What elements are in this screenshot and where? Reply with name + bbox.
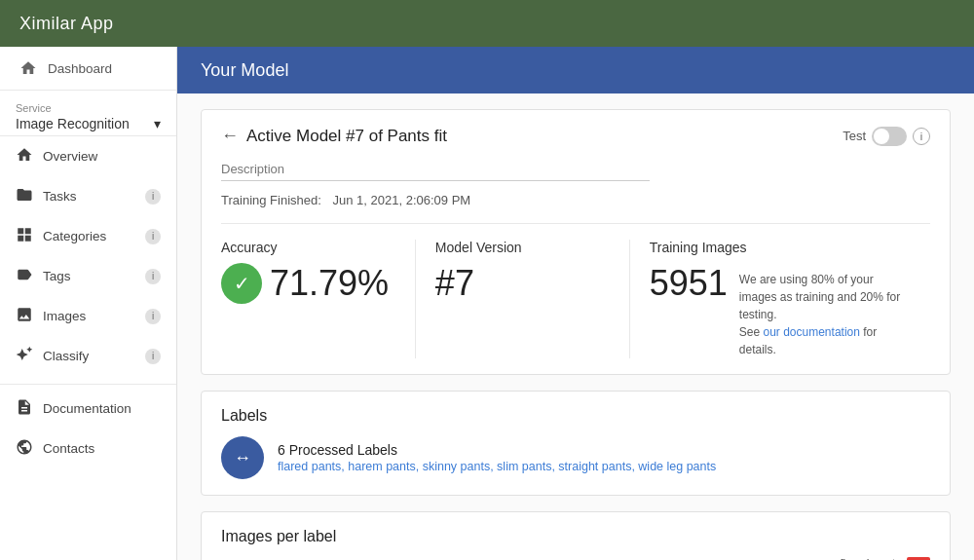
service-label: Service	[16, 102, 161, 114]
sidebar-item-dashboard[interactable]: Dashboard	[0, 47, 176, 90]
model-version-value: #7	[435, 263, 610, 304]
labels-section: Labels ↔ 6 Processed Labels flared pants…	[201, 391, 951, 496]
page-title: Your Model	[201, 60, 288, 81]
training-images-block: Training Images 5951 We are using 80% of…	[629, 240, 930, 358]
labels-info: 6 Processed Labels flared pants, harem p…	[278, 442, 716, 473]
model-title: Active Model #7 of Pants fit	[246, 127, 447, 146]
model-version-block: Model Version #7	[415, 240, 629, 358]
sidebar-label-overview: Overview	[43, 149, 97, 164]
sidebar: Dashboard Service Image Recognition ▾ Ov…	[0, 47, 177, 560]
sidebar-item-contacts[interactable]: Contacts	[0, 429, 176, 468]
training-finished-label: Training Finished:	[221, 193, 321, 207]
model-version-label: Model Version	[435, 240, 610, 255]
app-title: Ximilar App	[19, 14, 114, 34]
training-images-desc: We are using 80% of your images as train…	[739, 271, 911, 358]
training-images-label: Training Images	[650, 240, 911, 255]
test-info-icon[interactable]: i	[913, 128, 930, 145]
metrics-row: Accuracy ✓ 71.79% Model Version #7	[221, 223, 930, 358]
sidebar-item-tasks[interactable]: Tasks i	[0, 176, 176, 216]
sidebar-item-images[interactable]: Images i	[0, 296, 176, 336]
processed-labels-text: 6 Processed Labels	[278, 442, 716, 458]
sidebar-label-images: Images	[43, 309, 86, 323]
test-toggle[interactable]	[872, 127, 907, 146]
images-per-label-section: Images per label flared pants harem pant…	[201, 511, 951, 560]
sidebar-label-tags: Tags	[43, 269, 71, 283]
tasks-info-badge: i	[145, 189, 161, 205]
content-area: ← Active Model #7 of Pants fit Test i Tr…	[177, 93, 974, 560]
classify-icon	[16, 346, 33, 366]
sidebar-item-documentation[interactable]: Documentation	[0, 389, 176, 429]
accuracy-icon: ✓	[221, 263, 262, 304]
accuracy-label: Accuracy	[221, 240, 395, 255]
accuracy-value: ✓ 71.79%	[221, 263, 395, 304]
sidebar-label-documentation: Documentation	[43, 401, 131, 416]
page-header: Your Model	[177, 47, 974, 93]
sidebar-label-dashboard: Dashboard	[48, 61, 112, 76]
service-name[interactable]: Image Recognition ▾	[16, 116, 161, 131]
sidebar-item-categories[interactable]: Categories i	[0, 216, 176, 256]
test-label: Test	[843, 129, 866, 143]
documentation-link[interactable]: our documentation	[764, 325, 860, 339]
training-finished: Training Finished: Jun 1, 2021, 2:06:09 …	[221, 193, 930, 207]
test-toggle-area: Test i	[843, 127, 930, 146]
label-list: flared pants, harem pants, skinny pants,…	[278, 460, 716, 473]
sidebar-item-classify[interactable]: Classify i	[0, 336, 176, 376]
categories-icon	[16, 226, 33, 246]
tags-icon	[16, 266, 33, 286]
tasks-icon	[16, 186, 33, 206]
service-section: Service Image Recognition ▾	[0, 90, 176, 136]
doc-icon	[16, 398, 33, 419]
accuracy-block: Accuracy ✓ 71.79%	[221, 240, 415, 358]
training-images-value: 5951	[650, 263, 728, 304]
labels-section-title: Labels	[221, 407, 930, 425]
training-finished-date: Jun 1, 2021, 2:06:09 PM	[332, 193, 470, 207]
sidebar-label-classify: Classify	[43, 349, 89, 363]
sidebar-footer: Documentation Contacts	[0, 384, 176, 468]
labels-icon: ↔	[221, 436, 264, 479]
images-icon	[16, 306, 33, 326]
labels-row: ↔ 6 Processed Labels flared pants, harem…	[221, 436, 930, 479]
home-icon	[19, 58, 38, 78]
model-card: ← Active Model #7 of Pants fit Test i Tr…	[201, 109, 951, 375]
chevron-down-icon: ▾	[154, 116, 161, 131]
sidebar-label-tasks: Tasks	[43, 189, 77, 204]
classify-info-badge: i	[145, 349, 161, 364]
back-button[interactable]: ←	[221, 126, 239, 146]
overview-icon	[16, 146, 33, 167]
images-info-badge: i	[145, 309, 161, 324]
categories-info-badge: i	[145, 229, 161, 244]
main-area: Your Model ← Active Model #7 of Pants fi…	[177, 47, 974, 560]
images-per-label-title: Images per label	[221, 528, 930, 545]
sidebar-label-contacts: Contacts	[43, 441, 94, 456]
sidebar-label-categories: Categories	[43, 229, 106, 243]
tags-info-badge: i	[145, 269, 161, 284]
sidebar-item-overview[interactable]: Overview	[0, 136, 176, 176]
app-header: Ximilar App	[0, 0, 974, 47]
description-input[interactable]	[221, 158, 650, 181]
contacts-icon	[16, 438, 33, 459]
sidebar-item-tags[interactable]: Tags i	[0, 256, 176, 296]
